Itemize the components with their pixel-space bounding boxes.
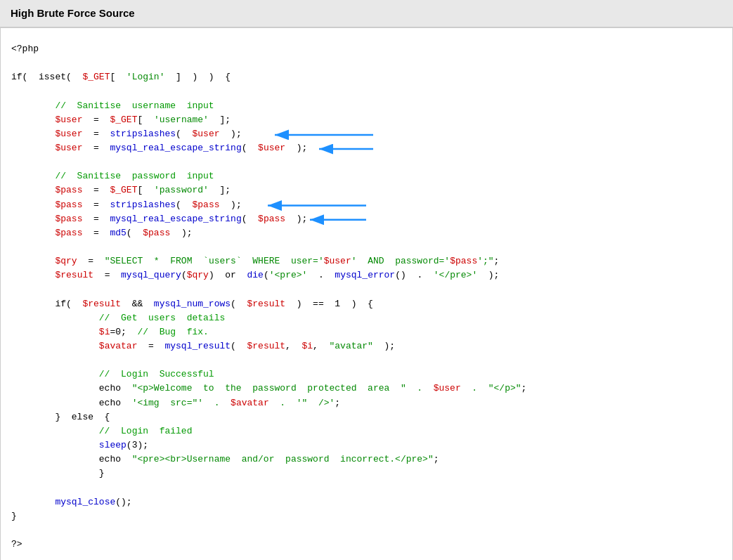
code-line-24: // Login Successful	[11, 367, 722, 382]
code-line-13: $pass = mysql_real_escape_string( $pass …	[11, 212, 722, 226]
code-line-28: // Login failed	[11, 424, 722, 438]
code-line-9	[11, 155, 722, 169]
code-line-1: <?php	[11, 42, 722, 56]
code-line-7: $user = stripslashes( $user );	[11, 127, 722, 141]
code-line-8: $user = mysql_real_escape_string( $user …	[11, 141, 722, 155]
code-line-5: // Sanitise username input	[11, 99, 722, 113]
code-line-30: echo "<pre><br>Username and/or password …	[11, 452, 722, 467]
code-line-19: if( $result && mysql_num_rows( $result )…	[11, 297, 722, 311]
code-line-21: $i=0; // Bug fix.	[11, 325, 722, 339]
code-line-16: $qry = "SELECT * FROM `users` WHERE user…	[11, 254, 722, 268]
code-line-11: $pass = $_GET[ 'password' ];	[11, 183, 722, 197]
page-header: High Brute Force Source	[0, 0, 733, 27]
code-line-22: $avatar = mysql_result( $result, $i, "av…	[11, 339, 722, 353]
code-line-18	[11, 282, 722, 297]
code-line-4	[11, 84, 722, 98]
code-line-3: if( isset( $_GET[ 'Login' ] ) ) {	[11, 70, 722, 84]
code-line-25: echo "<p>Welcome to the password protect…	[11, 382, 722, 396]
code-line-36: ?>	[11, 538, 722, 552]
code-line-27: } else {	[11, 410, 722, 424]
code-line-6: $user = $_GET[ 'username' ];	[11, 113, 722, 127]
code-line-32	[11, 481, 722, 495]
code-line-35	[11, 523, 722, 538]
code-line-10: // Sanitise password input	[11, 169, 722, 183]
code-line-23	[11, 353, 722, 367]
code-line-29: sleep(3);	[11, 438, 722, 452]
code-container: <?php if( isset( $_GET[ 'Login' ] ) ) { …	[0, 27, 733, 560]
code-line-14: $pass = md5( $pass );	[11, 226, 722, 240]
code-line-20: // Get users details	[11, 311, 722, 325]
page-title: High Brute Force Source	[11, 7, 135, 19]
code-line-33: mysql_close();	[11, 495, 722, 509]
code-line-2	[11, 56, 722, 70]
code-line-31: }	[11, 467, 722, 481]
code-line-12: $pass = stripslashes( $pass );	[11, 198, 722, 212]
code-line-17: $result = mysql_query($qry) or die('<pre…	[11, 268, 722, 282]
code-line-34: }	[11, 509, 722, 523]
code-line-15	[11, 240, 722, 254]
code-line-26: echo '<img src="' . $avatar . '" />';	[11, 396, 722, 410]
